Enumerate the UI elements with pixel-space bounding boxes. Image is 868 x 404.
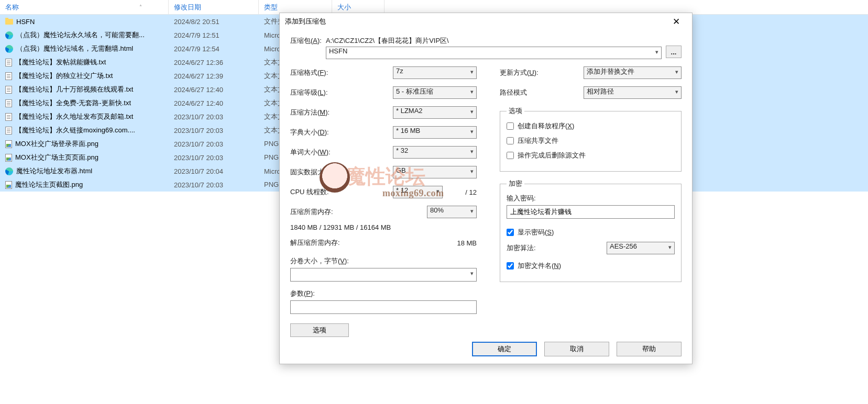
- encrypt-names-checkbox[interactable]: 加密文件名(N): [507, 261, 675, 271]
- update-select[interactable]: 添加并替换文件: [584, 66, 682, 79]
- dialog-title: 添加到压缩包: [285, 17, 326, 26]
- txt-icon: [5, 59, 12, 66]
- file-date: 2024/6/27 12:40: [169, 99, 259, 107]
- threads-select[interactable]: * 12: [393, 186, 443, 198]
- file-date: 2023/10/7 20:03: [169, 113, 259, 121]
- dict-select[interactable]: * 16 MB: [393, 126, 477, 139]
- file-date: 2023/10/7 20:04: [169, 167, 259, 175]
- archive-label: 压缩包(A):: [290, 36, 322, 46]
- ok-button[interactable]: 确定: [472, 342, 537, 356]
- file-name: （点我）魔性论坛永久域名，可能需要翻...: [16, 30, 145, 40]
- mem-compress-value: 1840 MB / 12931 MB / 16164 MB: [290, 223, 477, 231]
- png-icon: [5, 154, 12, 162]
- params-input[interactable]: [290, 300, 477, 314]
- close-icon[interactable]: ✕: [666, 16, 687, 27]
- method-label: 压缩方法(M):: [290, 108, 393, 117]
- format-select[interactable]: 7z: [393, 66, 477, 79]
- file-date: 2024/6/27 12:39: [169, 72, 259, 80]
- file-name: 【魔性论坛】的独立社交广场.txt: [15, 71, 113, 81]
- pathmode-label: 路径模式: [500, 88, 584, 97]
- header-size[interactable]: 大小: [332, 0, 384, 14]
- file-date: 2023/10/7 20:03: [169, 127, 259, 134]
- txt-icon: [5, 99, 12, 107]
- file-date: 2024/6/27 12:40: [169, 86, 259, 94]
- edge-icon: [5, 31, 13, 39]
- file-name: 魔性论坛地址发布器.html: [16, 166, 92, 176]
- options-group: 选项 创建自释放程序(X) 压缩共享文件 操作完成后删除源文件: [500, 106, 682, 172]
- file-name: 【魔性论坛】永久地址发布页及邮箱.txt: [15, 112, 133, 121]
- volume-label: 分卷大小，字节(V):: [290, 256, 477, 266]
- txt-icon: [5, 113, 12, 121]
- dialog-titlebar[interactable]: 添加到压缩包 ✕: [280, 13, 692, 30]
- word-select[interactable]: * 32: [393, 146, 477, 159]
- threads-label: CPU 线程数:: [290, 187, 393, 197]
- archive-name-input[interactable]: HSFN: [326, 47, 662, 59]
- add-to-archive-dialog: 添加到压缩包 ✕ 压缩包(A): A:\CZ\CZ1\CZ2\【春田花花】商片V…: [279, 13, 693, 364]
- file-name: 魔性论坛主页截图.png: [15, 180, 83, 189]
- file-name: MOX社交广场主页页面.png: [15, 153, 98, 162]
- folder-icon: [5, 19, 13, 25]
- file-date: 2024/7/9 12:54: [169, 45, 259, 53]
- file-date: 2023/10/7 20:03: [169, 140, 259, 148]
- sort-arrow-icon: ˄: [139, 4, 142, 10]
- txt-icon: [5, 127, 12, 134]
- browse-button[interactable]: ...: [666, 46, 682, 58]
- sfx-checkbox[interactable]: 创建自释放程序(X): [507, 121, 675, 131]
- png-icon: [5, 181, 12, 189]
- header-name[interactable]: 名称˄: [0, 0, 169, 14]
- file-name: MOX社交广场登录界面.png: [15, 139, 98, 149]
- level-select[interactable]: 5 - 标准压缩: [393, 86, 477, 99]
- mem-percent-select[interactable]: 80%: [427, 206, 477, 218]
- file-date: 2023/10/7 20:03: [169, 154, 259, 162]
- options-button[interactable]: 选项: [290, 323, 349, 337]
- archive-path: A:\CZ\CZ1\CZ2\【春田花花】商片VIP区\: [326, 36, 662, 46]
- dict-label: 字典大小(D):: [290, 128, 393, 137]
- params-label: 参数(P):: [290, 289, 477, 298]
- share-checkbox[interactable]: 压缩共享文件: [507, 136, 675, 146]
- png-icon: [5, 140, 12, 148]
- encryption-group: 加密 输入密码: 显示密码(S) 加密算法:AES-256 加密文件名(N): [500, 179, 682, 282]
- file-date: 2024/6/27 12:36: [169, 59, 259, 66]
- enc-method-select[interactable]: AES-256: [607, 242, 675, 254]
- password-label: 输入密码:: [507, 194, 675, 203]
- file-name: 【魔性论坛】几十万部视频在线观看.txt: [15, 85, 133, 94]
- txt-icon: [5, 72, 12, 80]
- file-date: 2024/8/2 20:51: [169, 18, 259, 26]
- word-label: 单词大小(W):: [290, 148, 393, 157]
- file-date: 2024/7/9 12:51: [169, 31, 259, 39]
- mem-compress-label: 压缩所需内存:: [290, 207, 393, 217]
- file-name: 【魔性论坛】发帖就能赚钱.txt: [15, 58, 106, 67]
- solid-select[interactable]: GB: [393, 166, 477, 178]
- edge-icon: [5, 167, 13, 175]
- solid-label: 固实数据大小:: [290, 167, 393, 177]
- password-input[interactable]: [507, 205, 675, 219]
- txt-icon: [5, 86, 12, 94]
- threads-max: / 12: [465, 188, 477, 196]
- help-button[interactable]: 帮助: [617, 342, 682, 356]
- enc-method-label: 加密算法:: [507, 243, 536, 253]
- file-name: （点我）魔性论坛域名，无需翻墙.html: [16, 44, 133, 53]
- method-select[interactable]: * LZMA2: [393, 106, 477, 119]
- update-label: 更新方式(U):: [500, 68, 584, 77]
- format-label: 压缩格式(F):: [290, 68, 393, 77]
- file-date: 2023/10/7 20:03: [169, 181, 259, 189]
- mem-decompress-value: 18 MB: [457, 239, 477, 247]
- cancel-button[interactable]: 取消: [544, 342, 609, 356]
- level-label: 压缩等级(L):: [290, 88, 393, 97]
- mem-decompress-label: 解压缩所需内存:: [290, 238, 340, 248]
- delete-checkbox[interactable]: 操作完成后删除源文件: [507, 150, 675, 161]
- show-password-checkbox[interactable]: 显示密码(S): [507, 227, 675, 238]
- pathmode-select[interactable]: 相对路径: [584, 86, 682, 99]
- edge-icon: [5, 45, 13, 53]
- file-name: HSFN: [16, 18, 35, 26]
- file-name: 【魔性论坛】永久链接moxing69.com....: [15, 126, 135, 135]
- file-name: 【魔性论坛】全免费-无套路-更新快.txt: [15, 98, 131, 108]
- header-date[interactable]: 修改日期: [169, 0, 259, 14]
- header-type[interactable]: 类型: [259, 0, 332, 14]
- volume-input[interactable]: [290, 268, 477, 282]
